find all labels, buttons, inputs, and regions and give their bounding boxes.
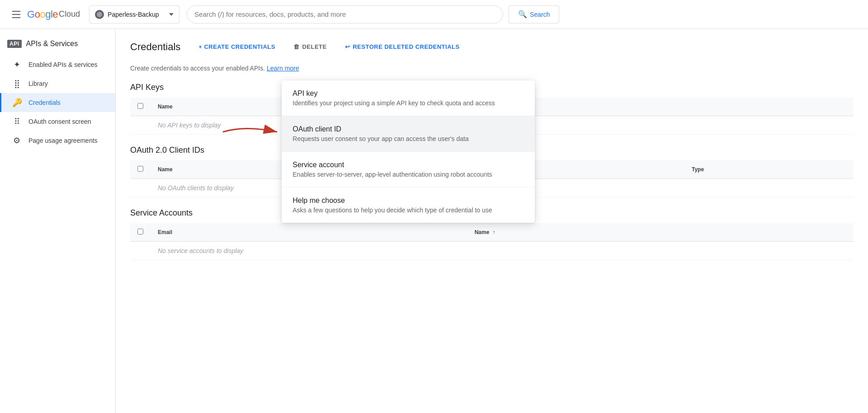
service-accounts-empty-row: No service accounts to display [130, 242, 854, 260]
page-title: Credentials [130, 41, 180, 53]
top-navigation: Google Cloud Paperless-Backup 🔍 Search [0, 0, 868, 29]
oauth-client-id-desc: Requests user consent so your app can ac… [292, 135, 524, 142]
service-account-desc: Enables server-to-server, app-level auth… [292, 171, 524, 178]
create-credentials-dropdown: API key Identifies your project using a … [282, 80, 535, 223]
help-me-choose-desc: Asks a few questions to help you decide … [292, 206, 524, 214]
project-icon [95, 10, 104, 19]
dropdown-item-help-me-choose[interactable]: Help me choose Asks a few questions to h… [282, 188, 535, 223]
api-key-desc: Identifies your project using a simple A… [292, 99, 524, 107]
sidebar-item-label: Enabled APIs & services [28, 61, 98, 68]
plus-icon: + [198, 43, 202, 50]
google-logo: Google Cloud [27, 9, 80, 20]
restore-icon: ↩ [345, 43, 350, 50]
restore-deleted-credentials-button[interactable]: ↩ RESTORE DELETED CREDENTIALS [338, 40, 467, 54]
service-accounts-select-all[interactable] [137, 229, 143, 235]
service-accounts-empty-message: No service accounts to display [151, 242, 854, 260]
api-services-title: APIs & Services [26, 40, 78, 48]
page-usage-icon: ⚙ [12, 136, 21, 145]
sidebar-item-enabled[interactable]: ✦ Enabled APIs & services [0, 55, 115, 74]
restore-label: RESTORE DELETED CREDENTIALS [353, 43, 459, 50]
credentials-icon: 🔑 [12, 98, 21, 108]
help-me-choose-title: Help me choose [292, 197, 524, 205]
create-credentials-button[interactable]: + CREATE CREDENTIALS [191, 40, 283, 54]
sidebar-item-label: Library [28, 80, 48, 87]
sidebar: API APIs & Services ✦ Enabled APIs & ser… [0, 29, 116, 413]
create-credentials-label: CREATE CREDENTIALS [204, 43, 275, 50]
api-services-header: API APIs & Services [0, 36, 115, 55]
enabled-apis-icon: ✦ [12, 60, 21, 70]
oauth-type-header: Type [684, 160, 854, 179]
service-accounts-email-header: Email [151, 223, 467, 242]
main-content: Credentials + CREATE CREDENTIALS API key… [116, 29, 868, 413]
oauth-consent-icon: ⠿ [12, 117, 21, 127]
sidebar-item-page-usage[interactable]: ⚙ Page usage agreements [0, 131, 115, 150]
service-accounts-checkbox-header [130, 223, 151, 242]
oauth-client-id-title: OAuth client ID [292, 125, 524, 133]
api-keys-select-all[interactable] [137, 103, 143, 109]
sidebar-item-credentials[interactable]: 🔑 Credentials [0, 93, 115, 112]
dropdown-item-service-account[interactable]: Service account Enables server-to-server… [282, 152, 535, 188]
search-icon: 🔍 [518, 10, 527, 19]
sidebar-item-library[interactable]: ⣿ Library [0, 74, 115, 93]
search-input[interactable] [194, 10, 495, 18]
api-badge: API [7, 40, 22, 48]
page-header: Credentials + CREATE CREDENTIALS API key… [130, 40, 854, 54]
delete-label: DELETE [302, 43, 326, 50]
sort-asc-icon: ↑ [493, 229, 495, 235]
create-credentials-wrapper: + CREATE CREDENTIALS API key Identifies … [191, 40, 283, 54]
api-keys-checkbox-header [130, 98, 151, 116]
sidebar-item-oauth-consent[interactable]: ⠿ OAuth consent screen [0, 112, 115, 131]
learn-more-link[interactable]: Learn more [267, 65, 299, 72]
project-name: Paperless-Backup [108, 11, 165, 18]
hamburger-menu[interactable] [7, 5, 25, 23]
service-accounts-name-header: Name ↑ [467, 223, 854, 242]
sidebar-item-label: Page usage agreements [28, 137, 98, 144]
search-button-label: Search [530, 11, 550, 18]
search-button[interactable]: 🔍 Search [509, 5, 559, 23]
chevron-down-icon [169, 13, 174, 16]
library-icon: ⣿ [12, 79, 21, 89]
delete-icon: 🗑 [293, 43, 300, 50]
arrow-annotation [218, 121, 282, 143]
oauth-select-all[interactable] [137, 166, 143, 172]
delete-button[interactable]: 🗑 DELETE [286, 40, 334, 54]
dropdown-item-api-key[interactable]: API key Identifies your project using a … [282, 80, 535, 116]
dropdown-item-oauth-client-id[interactable]: OAuth client ID Requests user consent so… [282, 116, 535, 152]
project-selector[interactable]: Paperless-Backup [89, 5, 179, 23]
search-bar[interactable] [187, 5, 503, 23]
page-body: API APIs & Services ✦ Enabled APIs & ser… [0, 29, 868, 413]
sidebar-item-label: OAuth consent screen [28, 118, 91, 125]
oauth-checkbox-header [130, 160, 151, 179]
service-accounts-table: Email Name ↑ No service accounts to disp… [130, 223, 854, 260]
section-description: Create credentials to access your enable… [130, 65, 854, 72]
service-account-title: Service account [292, 161, 524, 169]
api-key-title: API key [292, 89, 524, 98]
sidebar-item-label: Credentials [28, 99, 61, 106]
